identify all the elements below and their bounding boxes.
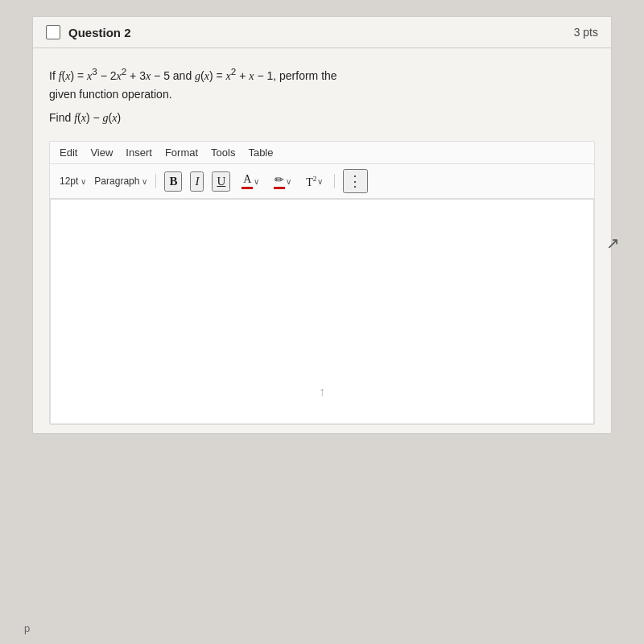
menu-view[interactable]: View [90, 147, 113, 159]
superscript-chevron: ∨ [317, 177, 323, 186]
toolbar-divider-2 [334, 174, 335, 188]
paragraph-chevron: ∨ [142, 177, 147, 186]
superscript-label: T2 [306, 175, 316, 189]
cursor-arrow-icon: ↗ [606, 233, 620, 253]
question-body: If f(x) = x3 − 2x2 + 3x − 5 and g(x) = x… [33, 48, 611, 433]
highlight-bar [274, 187, 285, 189]
font-size-select[interactable]: 12pt ∨ [60, 175, 86, 187]
menu-tools[interactable]: Tools [211, 147, 235, 159]
font-size-chevron: ∨ [80, 177, 86, 186]
find-text: Find f(x) − g(x) [49, 111, 595, 125]
question-points: 3 pts [574, 26, 598, 39]
question-subtext: given function operation. [49, 88, 172, 101]
superscript-button[interactable]: T2 ∨ [303, 173, 326, 191]
answer-area[interactable]: ↑ [50, 199, 594, 424]
paragraph-select[interactable]: Paragraph ∨ [94, 175, 147, 187]
question-checkbox[interactable] [46, 25, 60, 39]
font-color-button[interactable]: A ∨ [238, 171, 262, 191]
highlight-chevron: ∨ [286, 177, 291, 186]
paragraph-value: Paragraph [94, 175, 139, 187]
question-header-left: Question 2 [46, 25, 131, 39]
menu-insert[interactable]: Insert [126, 147, 152, 159]
font-color-label: A [243, 173, 251, 186]
question-card: Question 2 3 pts If f(x) = x3 − 2x2 + 3x… [32, 16, 612, 434]
cursor-indicator: ↑ [319, 385, 325, 399]
format-toolbar: 12pt ∨ Paragraph ∨ B I U A [50, 164, 594, 199]
menu-table[interactable]: Table [248, 147, 273, 159]
question-title: Question 2 [68, 26, 131, 39]
menu-edit[interactable]: Edit [60, 147, 77, 159]
more-options-button[interactable]: ⋮ [343, 169, 368, 193]
font-size-value: 12pt [60, 175, 78, 187]
editor-toolbar-area: Edit View Insert Format Tools Table 12pt… [49, 141, 595, 425]
question-text: If f(x) = x3 − 2x2 + 3x − 5 and g(x) = x… [49, 64, 595, 103]
italic-button[interactable]: I [190, 171, 204, 192]
font-color-bar [242, 187, 253, 189]
menu-format[interactable]: Format [165, 147, 198, 159]
underline-button[interactable]: U [212, 171, 230, 192]
toolbar-divider-1 [155, 174, 156, 188]
pencil-symbol: ✏ [275, 173, 284, 186]
bottom-label: p [24, 622, 30, 634]
bold-button[interactable]: B [164, 171, 182, 192]
question-header: Question 2 3 pts [33, 17, 611, 48]
page-container: Question 2 3 pts If f(x) = x3 − 2x2 + 3x… [0, 0, 644, 644]
font-color-chevron: ∨ [254, 177, 259, 186]
highlight-button[interactable]: ✏ ∨ [270, 171, 295, 191]
menu-bar: Edit View Insert Format Tools Table [50, 142, 594, 164]
